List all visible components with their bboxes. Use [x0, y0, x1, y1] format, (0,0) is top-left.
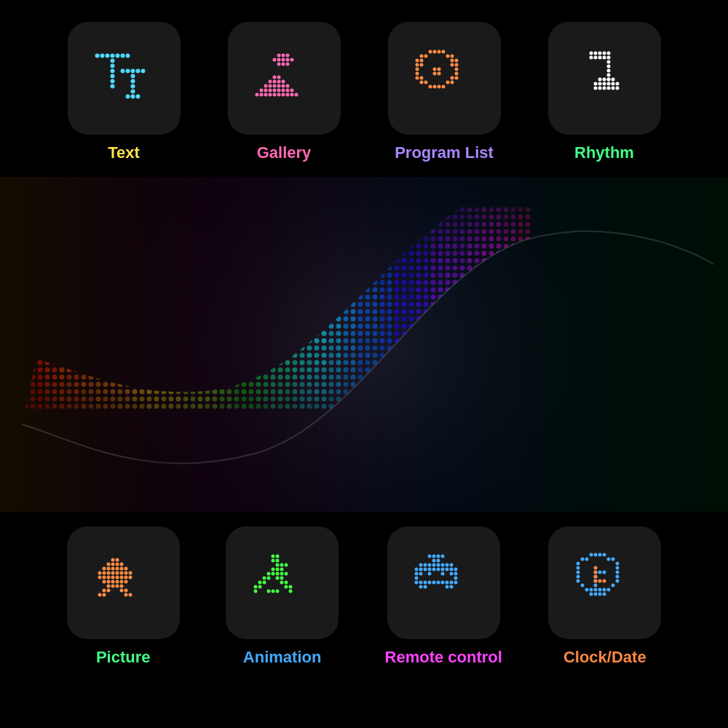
icon-item-picture[interactable]: Picture [67, 526, 180, 667]
gallery-icon [248, 42, 320, 115]
remote-icon [407, 547, 480, 620]
text-icon [87, 42, 160, 115]
icon-item-gallery[interactable]: Gallery [228, 22, 341, 162]
icon-label-rhythm: Rhythm [574, 143, 634, 162]
program-icon [408, 42, 480, 115]
led-wave-canvas [0, 177, 728, 512]
icon-item-text[interactable]: Text [68, 22, 181, 162]
icon-item-animation[interactable]: Animation [226, 526, 339, 667]
icon-box-program[interactable] [388, 22, 501, 135]
icon-label-picture: Picture [96, 648, 151, 667]
animation-icon [246, 547, 319, 620]
clock-icon [569, 547, 641, 620]
icon-item-rhythm[interactable]: Rhythm [548, 22, 661, 162]
icon-box-animation[interactable] [226, 526, 339, 639]
icon-item-program-list[interactable]: Program List [388, 22, 501, 162]
icon-label-animation: Animation [243, 648, 322, 667]
icon-item-remote[interactable]: Remote control [385, 526, 502, 667]
icon-box-clock[interactable] [548, 526, 661, 639]
icon-item-clock[interactable]: Clock/Date [548, 526, 661, 667]
bottom-icon-row: Picture Animation Remote control Clock/D… [0, 512, 728, 689]
icon-label-text: Text [108, 143, 140, 162]
icon-box-rhythm[interactable] [548, 22, 661, 135]
icon-label-remote: Remote control [385, 648, 502, 667]
top-icon-row: Text Gallery Program List Rhythm [0, 0, 728, 177]
icon-box-gallery[interactable] [228, 22, 341, 135]
icon-box-remote[interactable] [387, 526, 500, 639]
icon-label-gallery: Gallery [257, 143, 312, 162]
icon-box-picture[interactable] [67, 526, 180, 639]
icon-label-clock: Clock/Date [563, 648, 646, 667]
led-display [0, 177, 728, 512]
rhythm-icon [568, 42, 641, 115]
icon-box-text[interactable] [68, 22, 181, 135]
picture-icon [87, 547, 159, 620]
icon-label-program: Program List [395, 143, 494, 162]
